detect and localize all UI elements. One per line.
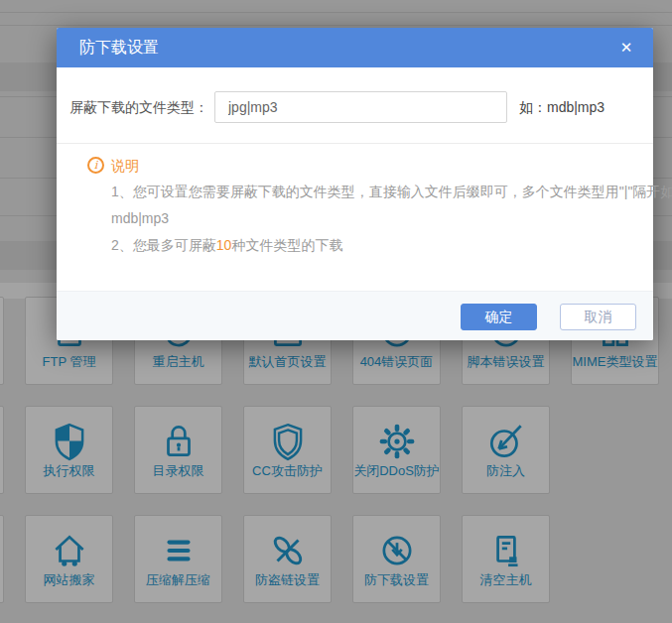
blocked-filetypes-label: 屏蔽下载的文件类型： (57, 91, 208, 123)
notice-line-2: mdb|mp3 (111, 210, 169, 226)
notice-line-1: 1、您可设置您需要屏蔽下载的文件类型，直接输入文件后缀即可，多个文件类型用"|"… (111, 184, 672, 201)
anti-download-settings-dialog: 防下载设置 ✕ 屏蔽下载的文件类型： 如：mdb|mp3 i 说明 1、您可设置… (57, 28, 653, 340)
max-count-highlight: 10 (216, 237, 232, 253)
notice-line-3: 2、您最多可屏蔽10种文件类型的下载 (111, 237, 342, 255)
section-divider (57, 143, 653, 144)
notice-heading: 说明 (111, 158, 139, 176)
info-icon: i (87, 157, 104, 174)
close-icon[interactable]: ✕ (613, 28, 639, 67)
dialog-title: 防下载设置 (79, 28, 159, 67)
dialog-footer: 确定 取消 (57, 291, 653, 340)
confirm-button[interactable]: 确定 (461, 304, 537, 330)
blocked-filetypes-input[interactable] (214, 91, 507, 123)
dialog-header: 防下载设置 ✕ (57, 28, 653, 67)
host-control-panel-screen: 09:2 FTP 管理 重启主机 默认首页设 (0, 0, 672, 623)
filetypes-example-hint: 如：mdb|mp3 (519, 91, 605, 123)
cancel-button[interactable]: 取消 (560, 304, 636, 330)
